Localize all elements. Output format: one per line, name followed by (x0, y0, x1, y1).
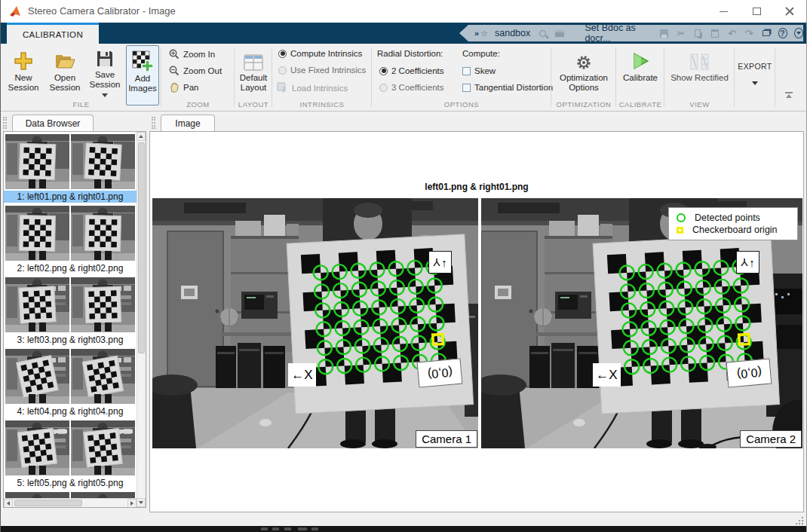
save-session-button[interactable]: Save Session (85, 45, 124, 99)
section-layout: Default Layout LAYOUT (235, 44, 272, 111)
ribbon: New Session Open Session Save Session (1, 44, 806, 112)
open-session-icon (54, 45, 75, 71)
default-layout-button[interactable]: Default Layout (236, 45, 271, 99)
y-axis-label: Y↑ (736, 251, 759, 274)
panel-grip[interactable] (152, 117, 155, 129)
section-zoom: Zoom In Zoom Out Pan ZOOM (161, 44, 235, 111)
sandbox-shortcut[interactable]: sandbox (495, 28, 530, 38)
pair-caption[interactable]: 2: left02.png & right02.png (4, 262, 137, 274)
vertical-scrollbar[interactable] (137, 132, 146, 507)
window-title: Stereo Camera Calibrator - Image (28, 5, 176, 17)
pair-caption[interactable]: 5: left05.png & right05.png (4, 477, 137, 489)
collapse-ribbon-icon (785, 92, 793, 93)
thumbnail-left[interactable] (5, 134, 69, 189)
calibrate-button[interactable]: Calibrate (618, 45, 663, 99)
save-icon[interactable] (659, 27, 670, 39)
load-intrinsics-button[interactable]: Load Intrinsics (277, 82, 348, 93)
play-icon (631, 45, 650, 71)
layout-windows-icon[interactable] (761, 27, 772, 39)
paste-icon[interactable] (710, 27, 720, 39)
zoom-in-icon (169, 49, 180, 60)
zoom-out-button[interactable]: Zoom Out (169, 66, 222, 76)
toolbar-dropdown-icon[interactable] (794, 28, 803, 38)
panel-grip[interactable] (3, 117, 7, 129)
thumbnail-left[interactable] (5, 277, 69, 332)
camera1-label: Camera 1 (416, 430, 477, 448)
matlab-logo-icon (8, 5, 22, 18)
radio-icon (379, 84, 388, 92)
new-session-button[interactable]: New Session (4, 45, 43, 99)
x-axis-label: ←X (593, 363, 621, 387)
horizontal-scrollbar[interactable] (4, 498, 137, 507)
compute-label: Compute: (462, 49, 500, 58)
scroll-down-button[interactable] (137, 498, 146, 507)
zoom-in-button[interactable]: Zoom In (169, 49, 215, 60)
thumbnail-right[interactable] (71, 277, 135, 332)
maximize-icon (753, 8, 761, 15)
two-coefficients-radio[interactable]: 2 Coefficients (379, 66, 443, 75)
radio-selected-icon (278, 50, 287, 58)
minimize-button[interactable] (707, 0, 740, 23)
scroll-right-button[interactable] (127, 499, 137, 508)
help-icon[interactable]: ? (778, 28, 787, 38)
hscroll-thumb[interactable] (14, 500, 82, 506)
cut-icon[interactable]: ✂ (676, 27, 686, 39)
skew-checkbox[interactable]: Skew (462, 66, 496, 75)
detected-points-icon (677, 213, 686, 222)
tab-calibration[interactable]: CALIBRATION (7, 23, 99, 44)
vscroll-thumb[interactable] (138, 142, 145, 353)
maximize-button[interactable] (740, 0, 773, 23)
thumbnail-right[interactable] (71, 206, 135, 261)
thumbnail-left[interactable] (5, 349, 69, 404)
pan-button[interactable]: Pan (169, 82, 198, 93)
copy-icon[interactable] (693, 27, 704, 39)
shortcuts-icon[interactable]: » (474, 29, 478, 38)
add-images-button[interactable]: Add Images (126, 45, 159, 105)
image-pair-title: left01.png & right01.png (150, 182, 803, 192)
thumbnail-right[interactable] (71, 349, 135, 404)
thumbnail-left[interactable] (5, 206, 69, 261)
tab-data-browser[interactable]: Data Browser (12, 115, 94, 131)
resize-grip[interactable] (794, 515, 803, 524)
pan-hand-icon (169, 82, 180, 93)
compute-intrinsics-radio[interactable]: Compute Intrinsics (278, 49, 362, 58)
open-session-button[interactable]: Open Session (46, 45, 84, 99)
export-button[interactable]: EXPORT (736, 62, 774, 116)
scroll-left-button[interactable] (4, 499, 13, 508)
three-coefficients-radio[interactable]: 3 Coefficients (379, 83, 443, 92)
tab-image[interactable]: Image (161, 115, 215, 131)
close-button[interactable] (773, 0, 806, 23)
data-browser-body: 1: left01.png & right01.png 2: left02.pn… (3, 131, 146, 508)
thumbnail-right[interactable] (71, 420, 135, 475)
pair-caption[interactable]: 4: left04.png & right04.png (4, 405, 137, 417)
redo-icon[interactable]: ↷ (744, 27, 754, 39)
print-icon[interactable] (554, 27, 565, 39)
show-rectified-button[interactable]: Show Rectified (667, 45, 732, 99)
app-window: Stereo Camera Calibrator - Image CALIBRA… (0, 0, 807, 532)
taskbar-strip (1, 526, 806, 532)
doc-shortcut[interactable]: Set Bdoc as docr... (585, 23, 652, 44)
title-bar: Stereo Camera Calibrator - Image (1, 0, 806, 23)
thumbnail-left[interactable] (5, 420, 69, 475)
collapse-ribbon-button[interactable] (785, 92, 793, 98)
optimization-options-button[interactable]: Optimization Options (555, 45, 612, 99)
search-icon[interactable] (537, 27, 548, 39)
tangential-distortion-checkbox[interactable]: Tangential Distortion (462, 83, 553, 92)
origin-label: (0,0) (417, 359, 463, 388)
image-panel: Image left01.png & right01.png Y↑ ←X (0,… (149, 115, 804, 512)
quick-access-toolbar: »☆ sandbox Set Bdoc as docr... ✂ ↶ ↷ ? (459, 25, 803, 41)
checkbox-icon (462, 67, 471, 75)
favorite-star-icon: ☆ (480, 29, 488, 38)
use-fixed-intrinsics-radio[interactable]: Use Fixed Intrinsics (278, 66, 366, 75)
y-axis-label: Y↑ (428, 251, 452, 274)
zoom-out-icon (169, 66, 180, 76)
scroll-up-button[interactable] (137, 132, 146, 141)
data-browser-panel: Data Browser 1: left01.png & right01.png… (3, 115, 146, 508)
pair-caption[interactable]: 3: left03.png & right03.png (4, 334, 137, 346)
ribbon-tab-bar: CALIBRATION »☆ sandbox Set Bdoc as docr.… (1, 23, 806, 44)
new-session-icon (14, 45, 33, 71)
undo-icon[interactable]: ↶ (727, 27, 738, 39)
thumbnail-right[interactable] (71, 134, 135, 189)
load-intrinsics-icon (277, 82, 288, 93)
pair-caption-selected[interactable]: 1: left01.png & right01.png (4, 191, 137, 203)
